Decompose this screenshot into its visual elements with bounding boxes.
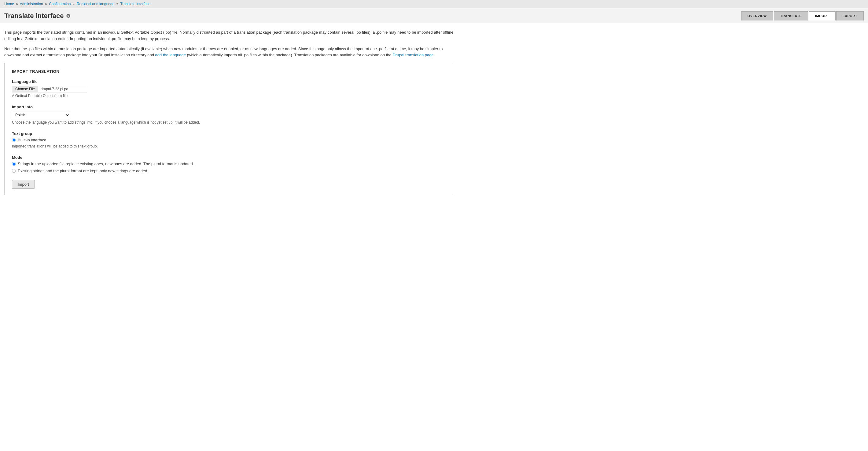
tab-import[interactable]: IMPORT [809, 11, 836, 21]
import-translation-box: IMPORT TRANSLATION Language file Choose … [4, 63, 454, 195]
page-header: Translate interface ⚙ OVERVIEW TRANSLATE… [0, 8, 868, 23]
import-into-group: Import into Polish English French German… [12, 105, 446, 124]
import-box-title: IMPORT TRANSLATION [12, 69, 446, 74]
language-file-group: Language file Choose File drupal-7.23.pl… [12, 79, 446, 98]
gear-icon[interactable]: ⚙ [66, 13, 70, 19]
language-file-label: Language file [12, 79, 446, 84]
intro-p2-part3: . [434, 53, 435, 57]
text-group-label: Text group [12, 131, 446, 136]
text-group-field: Text group Built-in interface Imported t… [12, 131, 446, 148]
text-group-radio-group: Built-in interface [12, 138, 446, 142]
main-content: This page imports the translated strings… [0, 23, 459, 201]
breadcrumb-sep-1: » [16, 2, 18, 6]
import-into-hint: Choose the language you want to add stri… [12, 120, 446, 124]
intro-text: This page imports the translated strings… [4, 29, 454, 58]
page-title: Translate interface ⚙ [4, 12, 70, 20]
mode-radio-group: Strings in the uploaded file replace exi… [12, 162, 446, 173]
tab-bar: OVERVIEW TRANSLATE IMPORT EXPORT [741, 11, 864, 21]
radio-builtin-text: Built-in interface [18, 138, 46, 142]
breadcrumb-translate[interactable]: Translate interface [120, 2, 151, 6]
page-title-text: Translate interface [4, 12, 64, 20]
radio-replace-label[interactable]: Strings in the uploaded file replace exi… [12, 162, 446, 166]
import-button[interactable]: Import [12, 180, 35, 189]
intro-paragraph-2: Note that the .po files within a transla… [4, 46, 454, 59]
intro-p2-part2: (which automatically imports all .po fil… [186, 53, 393, 57]
choose-file-button[interactable]: Choose File [12, 86, 38, 92]
tab-export[interactable]: EXPORT [836, 11, 864, 21]
radio-replace[interactable] [12, 162, 16, 166]
breadcrumb-config[interactable]: Configuration [49, 2, 71, 6]
radio-builtin-label[interactable]: Built-in interface [12, 138, 446, 142]
breadcrumb-regional[interactable]: Regional and language [77, 2, 114, 6]
breadcrumb-sep-4: » [117, 2, 119, 6]
breadcrumb-sep-3: » [73, 2, 75, 6]
breadcrumb-sep-2: » [45, 2, 47, 6]
tab-overview[interactable]: OVERVIEW [741, 11, 773, 21]
drupal-translation-link[interactable]: Drupal translation page [393, 53, 433, 57]
import-into-label: Import into [12, 105, 446, 109]
file-name-display: drupal-7.23.pl.po [38, 86, 87, 92]
breadcrumb-home[interactable]: Home [4, 2, 14, 6]
breadcrumb: Home » Administration » Configuration » … [0, 0, 868, 8]
tab-translate[interactable]: TRANSLATE [774, 11, 808, 21]
radio-keep-label[interactable]: Existing strings and the plural format a… [12, 169, 446, 173]
add-language-link[interactable]: add the language [155, 53, 186, 57]
language-file-hint: A Gettext Portable Object (.po) file. [12, 94, 446, 98]
radio-builtin[interactable] [12, 138, 16, 142]
import-into-select[interactable]: Polish English French German Spanish [12, 111, 70, 119]
mode-label: Mode [12, 155, 446, 160]
radio-replace-text: Strings in the uploaded file replace exi… [18, 162, 194, 166]
radio-keep[interactable] [12, 169, 16, 173]
breadcrumb-admin[interactable]: Administration [20, 2, 43, 6]
mode-field: Mode Strings in the uploaded file replac… [12, 155, 446, 173]
intro-paragraph-1: This page imports the translated strings… [4, 29, 454, 42]
text-group-hint: Imported translations will be added to t… [12, 144, 446, 148]
file-input-row: Choose File drupal-7.23.pl.po [12, 86, 446, 92]
radio-keep-text: Existing strings and the plural format a… [18, 169, 148, 173]
